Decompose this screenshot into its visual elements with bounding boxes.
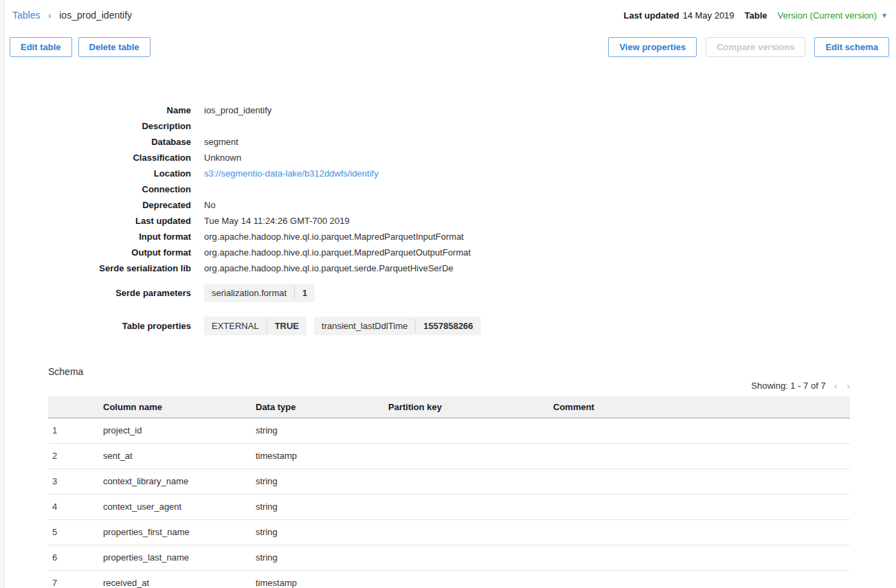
badge-key: EXTERNAL [204,317,267,335]
detail-label: Last updated [12,213,191,229]
data-type-cell: timestamp [256,570,388,588]
detail-value-deprecated: No [204,197,216,213]
toolbar-right-group: View properties Compare versions Edit sc… [608,37,889,57]
detail-label: Deprecated [12,197,191,213]
detail-row-serde-lib: Serde serialization lib org.apache.hadoo… [12,260,896,276]
table-property-badge: EXTERNAL TRUE [204,317,306,335]
comment-cell [553,468,850,494]
serde-parameters-label: Serde parameters [12,284,191,302]
column-name-cell: sent_at [103,443,256,468]
location-s3-link[interactable]: s3://segmentio-data-lake/b312ddwfs/ident… [204,166,379,181]
badge-value: 1557858266 [416,317,480,335]
partition-key-header: Partition key [388,396,553,418]
detail-row-database: Database segment [12,134,896,150]
view-properties-button[interactable]: View properties [608,37,697,57]
last-updated-label: Last updated [624,10,680,21]
column-name-cell: project_id [103,418,256,443]
chevron-right-icon[interactable]: › [847,381,850,391]
table-type-label: Table [745,10,768,21]
table-details: Name ios_prod_identify Description Datab… [0,102,896,335]
column-name-cell: properties_last_name [103,545,256,570]
data-type-cell: string [256,468,388,494]
detail-row-location: Location s3://segmentio-data-lake/b312dd… [12,166,896,181]
detail-row-name: Name ios_prod_identify [12,102,896,118]
delete-table-button[interactable]: Delete table [78,37,150,57]
table-row: 3 context_library_name string [48,468,850,494]
chevron-down-icon[interactable]: ▼ [881,12,888,19]
detail-row-connection: Connection [12,181,896,197]
schema-section-title: Schema [48,366,850,377]
chevron-left-icon[interactable]: ‹ [834,381,838,391]
detail-value-output-format: org.apache.hadoop.hive.ql.io.parquet.Map… [204,245,471,260]
serde-parameter-badge: serialization.format 1 [204,284,315,302]
column-name-cell: context_library_name [103,468,256,494]
serde-parameter-badges: serialization.format 1 [204,284,315,302]
serde-parameters-row: Serde parameters serialization.format 1 [12,284,896,302]
detail-label: Database [12,134,191,150]
edit-schema-button[interactable]: Edit schema [814,37,889,57]
toolbar-left-group: Edit table Delete table [10,37,150,57]
detail-label: Connection [12,181,191,197]
partition-key-cell [388,519,553,545]
row-number: 3 [48,468,103,494]
table-property-badge: transient_lastDdlTime 1557858266 [314,317,481,335]
edit-table-button[interactable]: Edit table [10,37,72,57]
comment-cell [553,545,850,570]
comment-cell [553,519,850,545]
column-name-cell: received_at [103,570,256,588]
detail-value-name: ios_prod_identify [204,102,271,118]
badge-key: serialization.format [204,284,294,302]
detail-value-serde-lib: org.apache.hadoop.hive.ql.io.parquet.ser… [204,260,453,276]
last-updated-value: 14 May 2019 [682,10,734,21]
badge-key: transient_lastDdlTime [314,317,415,335]
comment-cell [553,570,850,588]
table-properties-label: Table properties [12,317,191,335]
table-row: 1 project_id string [48,418,850,443]
breadcrumb: Tables › ios_prod_identify [12,10,132,21]
detail-label: Serde serialization lib [12,260,191,276]
detail-row-input-format: Input format org.apache.hadoop.hive.ql.i… [12,229,896,245]
data-type-cell: timestamp [256,443,388,468]
detail-value-last-updated: Tue May 14 11:24:26 GMT-700 2019 [204,213,350,229]
schema-section: Schema Showing: 1 - 7 of 7 ‹ › Column na… [48,366,850,588]
table-properties-row: Table properties EXTERNAL TRUE transient… [12,317,896,335]
table-row: 4 context_user_agent string [48,494,850,519]
row-number: 7 [48,570,103,588]
toolbar: Edit table Delete table View properties … [0,37,896,57]
compare-versions-button[interactable]: Compare versions [706,37,805,57]
row-number: 5 [48,519,103,545]
version-selector[interactable]: Version (Current version) [778,10,877,21]
column-name-header: Column name [103,396,256,418]
row-number: 4 [48,494,103,519]
table-row: 6 properties_last_name string [48,545,850,570]
data-type-cell: string [256,418,388,443]
column-name-cell: properties_first_name [103,519,256,545]
row-number: 6 [48,545,103,570]
header-meta: Last updated 14 May 2019 Table Version (… [624,10,888,21]
schema-header-row: Column name Data type Partition key Comm… [48,396,850,418]
showing-count-text: Showing: 1 - 7 of 7 [751,381,825,391]
breadcrumb-current-table: ios_prod_identify [59,10,132,21]
partition-key-cell [388,443,553,468]
table-row: 2 sent_at timestamp [48,443,850,468]
partition-key-cell [388,468,553,494]
data-type-cell: string [256,545,388,570]
table-details-page: Tables › ios_prod_identify Last updated … [0,0,896,588]
partition-key-cell [388,494,553,519]
data-type-cell: string [256,494,388,519]
detail-row-last-updated: Last updated Tue May 14 11:24:26 GMT-700… [12,213,896,229]
detail-label: Input format [12,229,191,245]
comment-cell [553,418,850,443]
breadcrumb-tables-link[interactable]: Tables [12,10,40,21]
detail-label: Output format [12,245,191,260]
badge-value: TRUE [267,317,306,335]
detail-label: Classification [12,150,191,166]
table-row: 7 received_at timestamp [48,570,850,588]
detail-value-input-format: org.apache.hadoop.hive.ql.io.parquet.Map… [204,229,464,245]
schema-pagination-row: Showing: 1 - 7 of 7 ‹ › [48,381,850,391]
data-type-header: Data type [256,396,388,418]
breadcrumb-separator-icon: › [48,11,51,21]
detail-value-classification: Unknown [204,150,241,166]
page-left-gutter [0,0,5,588]
partition-key-cell [388,570,553,588]
